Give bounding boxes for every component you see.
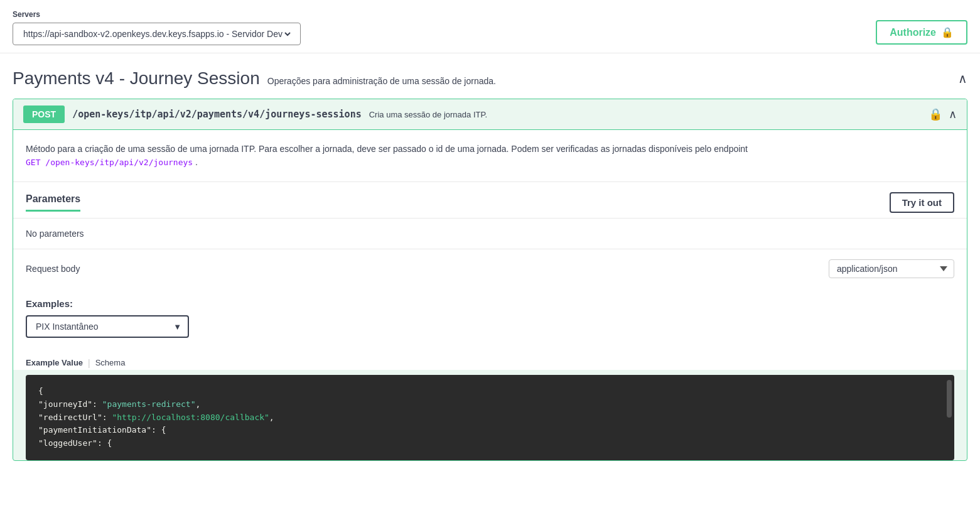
parameters-section: Parameters Try it out No parameters — [13, 182, 967, 249]
servers-section: Servers https://api-sandbox-v2.openkeys.… — [13, 10, 301, 45]
get-link[interactable]: GET /open-keys/itp/api/v2/journeys — [26, 158, 193, 167]
code-scrollbar[interactable] — [947, 380, 952, 418]
section-title-area: Payments v4 - Journey Session Operações … — [13, 68, 496, 89]
endpoint-chevron-icon: ∧ — [949, 107, 957, 121]
endpoint-lock-icon: 🔒 — [929, 107, 942, 121]
code-line-4: "paymentInitiationData": { — [38, 424, 942, 437]
authorize-label: Authorize — [890, 27, 936, 38]
endpoint-description-area: Método para a criação de uma sessão de u… — [13, 130, 967, 182]
endpoint-icons: 🔒 ∧ — [929, 107, 957, 121]
section-title: Payments v4 - Journey Session — [13, 68, 260, 89]
examples-section: Examples: PIX Instantâneo ▼ — [13, 288, 967, 348]
examples-dropdown[interactable]: PIX Instantâneo — [26, 315, 189, 338]
try-it-out-button[interactable]: Try it out — [890, 192, 954, 213]
servers-label: Servers — [13, 10, 301, 19]
top-bar: Servers https://api-sandbox-v2.openkeys.… — [0, 0, 980, 53]
section-subtitle: Operações para administração de uma sess… — [267, 76, 496, 86]
code-block: { "journeyId": "payments-redirect", "red… — [26, 375, 954, 460]
lock-icon: 🔒 — [941, 26, 954, 38]
tab-divider: | — [88, 358, 90, 368]
endpoint-path: /open-keys/itp/api/v2/payments/v4/journe… — [72, 109, 362, 120]
content-type-wrapper: application/json — [829, 259, 954, 278]
no-params-label: No parameters — [13, 218, 967, 249]
method-badge: POST — [23, 105, 65, 123]
examples-select-wrapper: PIX Instantâneo ▼ — [26, 315, 189, 338]
request-body-row: Request body application/json — [26, 259, 954, 278]
description-text: Método para a criação de uma sessão de u… — [26, 143, 954, 169]
params-header: Parameters Try it out — [13, 182, 967, 213]
servers-select-wrapper[interactable]: https://api-sandbox-v2.openkeys.dev.keys… — [13, 23, 301, 45]
examples-label: Examples: — [26, 298, 954, 309]
code-line-3: "redirectUrl": "http://localhost:8080/ca… — [38, 411, 942, 425]
servers-dropdown[interactable]: https://api-sandbox-v2.openkeys.dev.keys… — [21, 28, 293, 40]
request-body-section: Request body application/json — [13, 249, 967, 288]
authorize-button[interactable]: Authorize 🔒 — [876, 20, 967, 45]
code-line-1: { — [38, 385, 942, 398]
request-body-label: Request body — [26, 264, 80, 274]
endpoint-description-inline: Cria uma sessão de jornada ITP. — [369, 110, 929, 119]
endpoint-block: POST /open-keys/itp/api/v2/payments/v4/j… — [13, 99, 967, 461]
tab-example-value[interactable]: Example Value — [26, 355, 83, 370]
collapse-icon[interactable]: ∧ — [958, 71, 967, 86]
main-content: Payments v4 - Journey Session Operações … — [0, 53, 980, 476]
tab-schema[interactable]: Schema — [95, 355, 126, 370]
endpoint-header[interactable]: POST /open-keys/itp/api/v2/payments/v4/j… — [13, 99, 967, 130]
content-type-select[interactable]: application/json — [829, 259, 954, 278]
get-link-suffix: . — [195, 157, 198, 167]
example-value-tabs: Example Value | Schema — [13, 348, 967, 370]
section-header: Payments v4 - Journey Session Operações … — [13, 68, 967, 89]
params-title: Parameters — [26, 193, 80, 212]
code-line-5: "loggedUser": { — [38, 437, 942, 450]
code-line-2: "journeyId": "payments-redirect", — [38, 398, 942, 411]
